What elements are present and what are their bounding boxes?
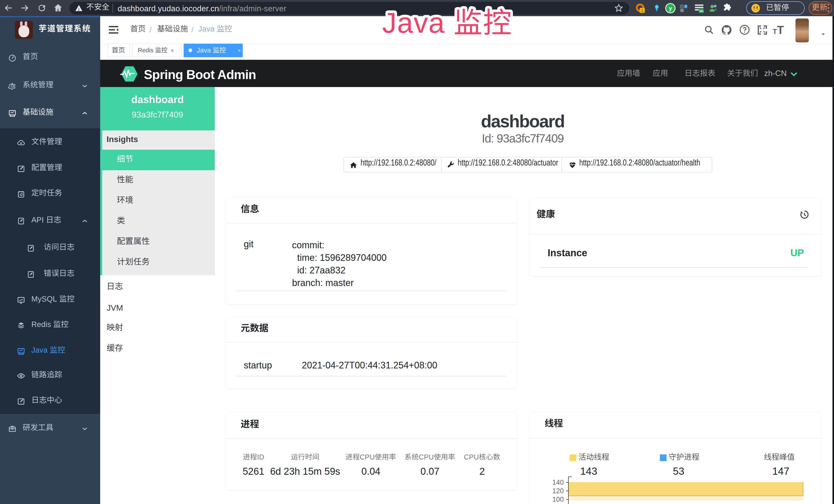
svg-text:y: y bbox=[669, 5, 672, 12]
svg-text:on: on bbox=[699, 9, 703, 13]
svg-text:1: 1 bbox=[641, 8, 643, 13]
